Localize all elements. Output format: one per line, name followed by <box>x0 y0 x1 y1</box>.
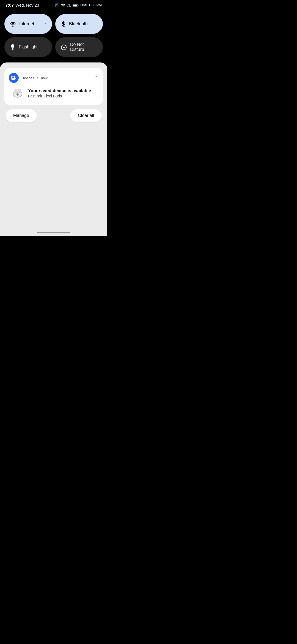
svg-rect-5 <box>12 44 14 45</box>
notification-header-left: Devices • now <box>9 73 48 83</box>
bluetooth-tile[interactable]: Bluetooth <box>55 14 103 34</box>
devices-app-icon <box>9 73 19 83</box>
battery-label: Until 1:30 PM <box>80 3 102 7</box>
manage-button[interactable]: Manage <box>6 109 37 122</box>
status-right: 📳 Until 1:30 PM <box>55 3 102 7</box>
battery-icon <box>73 3 79 7</box>
quick-tiles-grid: Internet › Bluetooth Flashlight Do Not <box>0 10 107 62</box>
svg-marker-6 <box>11 45 14 47</box>
dnd-tile[interactable]: Do Not Disturb <box>55 37 103 57</box>
dnd-label: Do Not Disturb <box>70 42 97 52</box>
signal-icon <box>67 3 71 7</box>
pixel-buds-icon <box>11 87 24 100</box>
notification-area: Devices • now ⌃ Your saved <box>0 62 107 228</box>
action-buttons: Manage Clear all <box>4 109 103 122</box>
notification-subtitle: FastPair-Pixel Buds <box>28 94 91 98</box>
notification-collapse-icon[interactable]: ⌃ <box>94 75 98 81</box>
svg-rect-11 <box>15 77 16 79</box>
notification-content: Your saved device is available FastPair-… <box>28 88 91 98</box>
notification-time: now <box>41 76 48 80</box>
clear-all-button[interactable]: Clear all <box>70 109 102 122</box>
internet-label: Internet <box>19 21 34 26</box>
flashlight-label: Flashlight <box>19 45 37 50</box>
home-bar <box>37 232 70 233</box>
notification-app-name: Devices <box>21 76 34 80</box>
status-left: 7:07 Wed, Nov 23 <box>6 3 39 7</box>
internet-chevron-icon: › <box>45 22 46 26</box>
svg-rect-3 <box>73 4 77 6</box>
internet-tile[interactable]: Internet › <box>4 14 52 34</box>
svg-rect-2 <box>78 5 78 6</box>
notification-title: Your saved device is available <box>28 88 91 93</box>
date: Wed, Nov 23 <box>15 3 39 7</box>
home-indicator <box>0 228 107 236</box>
wifi-icon <box>10 21 16 27</box>
time: 7:07 <box>6 3 14 7</box>
svg-rect-10 <box>12 76 15 78</box>
notification-card[interactable]: Devices • now ⌃ Your saved <box>4 68 103 105</box>
notification-body: Your saved device is available FastPair-… <box>9 87 98 100</box>
flashlight-icon <box>10 44 15 50</box>
bluetooth-label: Bluetooth <box>69 21 88 26</box>
wifi-status-icon <box>61 3 65 7</box>
status-bar: 7:07 Wed, Nov 23 📳 <box>0 0 107 10</box>
svg-rect-7 <box>12 48 13 50</box>
svg-point-17 <box>17 94 18 95</box>
bluetooth-icon <box>61 20 66 28</box>
svg-point-4 <box>12 26 13 27</box>
svg-point-0 <box>63 7 64 7</box>
dnd-icon <box>61 44 67 50</box>
vibrate-icon: 📳 <box>55 3 59 7</box>
flashlight-tile[interactable]: Flashlight <box>4 37 52 57</box>
svg-point-15 <box>14 89 21 93</box>
notification-header: Devices • now ⌃ <box>9 73 98 83</box>
